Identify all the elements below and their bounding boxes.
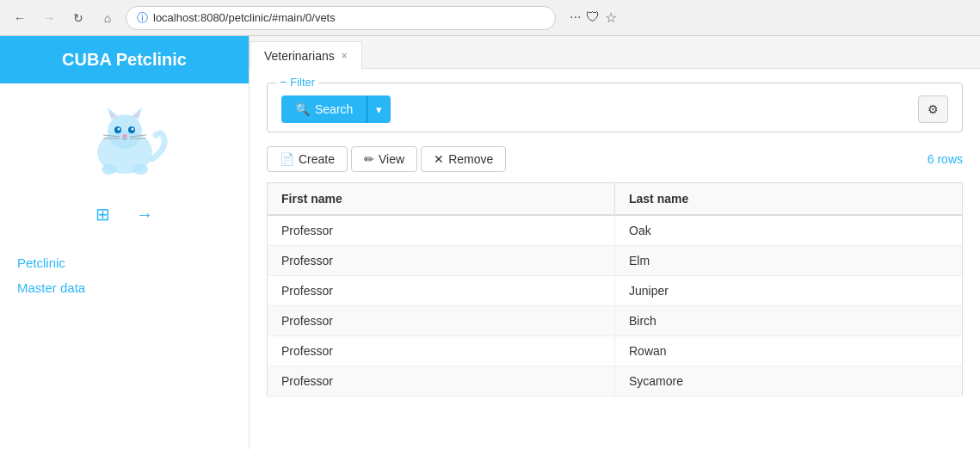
collapse-filter-icon[interactable]: − [280, 75, 287, 89]
main-content: Veterinarians × − Filter 🔍 Search ▾ ⚙ [250, 36, 980, 449]
cell-last-name: Sycamore [615, 366, 963, 397]
cell-last-name: Juniper [615, 276, 963, 306]
table-header: First name Last name [268, 183, 963, 216]
view-label: View [379, 152, 404, 166]
apps-icon-button[interactable]: ⊞ [96, 204, 110, 224]
table-settings-button[interactable]: ⚙ [918, 95, 948, 123]
cell-first-name: Professor [268, 366, 615, 397]
edit-icon: ✏ [364, 152, 374, 166]
cell-first-name: Professor [268, 336, 615, 366]
forward-button[interactable]: → [38, 7, 60, 29]
cell-last-name: Birch [615, 306, 963, 336]
sidebar-icon-bar: ⊞ → [96, 204, 153, 224]
url-text: localhost:8080/petclinic/#main/0/vets [153, 11, 336, 24]
sidebar-item-petclinic[interactable]: Petclinic [17, 250, 231, 275]
ellipsis-button[interactable]: ··· [570, 9, 581, 26]
create-label: Create [299, 152, 335, 166]
content-area: − Filter 🔍 Search ▾ ⚙ 📄 Create [250, 69, 980, 449]
bookmark-button[interactable]: ☆ [605, 9, 617, 26]
filter-section: − Filter 🔍 Search ▾ ⚙ [267, 83, 963, 132]
svg-point-10 [122, 134, 126, 138]
table-row[interactable]: ProfessorJuniper [268, 276, 963, 306]
data-table: First name Last name ProfessorOakProfess… [267, 182, 963, 397]
tab-bar: Veterinarians × [250, 36, 980, 69]
tab-veterinarians[interactable]: Veterinarians × [250, 41, 362, 69]
remove-button[interactable]: ✕ Remove [421, 146, 506, 172]
cell-last-name: Oak [615, 215, 963, 246]
browser-actions: ··· 🛡 ☆ [570, 9, 617, 26]
filter-buttons: 🔍 Search ▾ ⚙ [281, 95, 948, 123]
cell-first-name: Professor [268, 246, 615, 276]
svg-point-1 [108, 114, 142, 149]
col-header-last-name: Last name [615, 183, 963, 216]
info-icon: ⓘ [137, 10, 148, 26]
tab-label: Veterinarians [264, 49, 335, 63]
filter-label: Filter [290, 76, 315, 89]
table-row[interactable]: ProfessorElm [268, 246, 963, 276]
logo-svg [73, 101, 176, 178]
col-header-first-name: First name [268, 183, 615, 216]
search-button[interactable]: 🔍 Search [281, 95, 367, 123]
create-icon: 📄 [280, 152, 294, 166]
sidebar-item-master-data[interactable]: Master data [17, 275, 231, 300]
toolbar: 📄 Create ✏ View ✕ Remove 6 rows [267, 146, 963, 172]
remove-icon: ✕ [434, 152, 444, 166]
remove-label: Remove [448, 152, 493, 166]
table-header-row: First name Last name [268, 183, 963, 216]
home-button[interactable]: ⌂ [96, 7, 119, 29]
svg-point-9 [131, 128, 133, 131]
search-icon: 🔍 [295, 102, 310, 116]
svg-point-16 [133, 164, 148, 175]
app-container: CUBA Petclinic [0, 36, 980, 449]
browser-chrome: ← → ↻ ⌂ ⓘ localhost:8080/petclinic/#main… [0, 0, 980, 36]
address-bar[interactable]: ⓘ localhost:8080/petclinic/#main/0/vets [126, 6, 556, 30]
tab-close-button[interactable]: × [342, 51, 348, 61]
shield-button[interactable]: 🛡 [586, 9, 600, 26]
row-count: 6 rows [928, 152, 963, 166]
svg-point-8 [117, 128, 120, 131]
table-body: ProfessorOakProfessorElmProfessorJuniper… [268, 215, 963, 397]
search-dropdown-button[interactable]: ▾ [367, 95, 391, 123]
svg-point-15 [102, 164, 117, 175]
cell-last-name: Rowan [615, 336, 963, 366]
cell-first-name: Professor [268, 276, 615, 306]
sidebar-title: CUBA Petclinic [0, 36, 249, 83]
cell-last-name: Elm [615, 246, 963, 276]
logo-area [73, 101, 176, 178]
filter-legend: − Filter [276, 75, 318, 89]
table-row[interactable]: ProfessorSycamore [268, 366, 963, 397]
cell-first-name: Professor [268, 306, 615, 336]
view-button[interactable]: ✏ View [351, 146, 417, 172]
back-button[interactable]: ← [9, 7, 31, 29]
table-row[interactable]: ProfessorRowan [268, 336, 963, 366]
cell-first-name: Professor [268, 215, 615, 246]
create-button[interactable]: 📄 Create [267, 146, 348, 172]
table-row[interactable]: ProfessorOak [268, 215, 963, 246]
login-icon-button[interactable]: → [136, 204, 153, 224]
search-label: Search [315, 102, 353, 116]
sidebar: CUBA Petclinic [0, 36, 250, 449]
sidebar-nav: Petclinic Master data [0, 242, 249, 309]
reload-button[interactable]: ↻ [67, 7, 89, 29]
table-row[interactable]: ProfessorBirch [268, 306, 963, 336]
